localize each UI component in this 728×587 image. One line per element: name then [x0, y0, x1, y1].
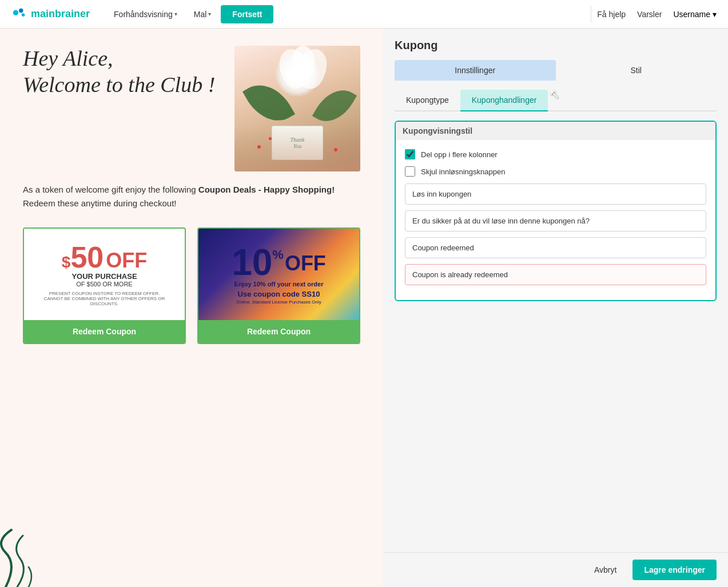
logo-text: mainbrainer	[31, 8, 90, 20]
coupon-50-dollar: $	[62, 254, 71, 270]
panel-header: Kupong Innstillinger Stil	[383, 29, 728, 81]
right-panel: Kupong Innstillinger Stil Kupongtype Kup…	[383, 29, 728, 587]
email-greeting: Hey Alice, Welcome to the Club !	[23, 46, 215, 98]
settings-box-title: Kupongvisningstil	[396, 122, 715, 140]
tab-settings[interactable]: Innstillinger	[395, 60, 556, 81]
nav-links: Forhåndsvisning ▾ Mal ▾ Fortsett	[107, 5, 585, 23]
checkbox-hide-button[interactable]	[405, 166, 415, 177]
username-button[interactable]: Username ▾	[673, 10, 717, 19]
coupon-50-fine: PRESENT COUPON INSTORE TO REDEEM OFFER. …	[33, 291, 176, 306]
coupon-50-off: OFF	[106, 250, 147, 271]
coupon-card-50: $ 50 OFF YOUR PURCHASE OF $500 OR MORE P…	[23, 227, 186, 344]
checkbox-row-2: Skjul innløsningsknappen	[405, 166, 706, 177]
svg-point-1	[19, 8, 23, 12]
nav-right: Få hjelp Varsler Username ▾	[597, 10, 717, 19]
cancel-button[interactable]: Avbryt	[585, 561, 626, 579]
redeemed-label-field[interactable]	[405, 237, 706, 258]
checkbox-row-1: Del opp i flere kolonner	[405, 149, 706, 159]
save-button[interactable]: Lagre endringer	[632, 560, 717, 580]
tab-style[interactable]: Stil	[556, 60, 717, 81]
svg-point-0	[13, 10, 18, 15]
coupon-50-subtitle: YOUR PURCHASE	[71, 272, 137, 281]
sub-tab-type[interactable]: Kupongtype	[395, 90, 460, 111]
nav-template[interactable]: Mal ▾	[187, 6, 218, 22]
sub-tab-actions[interactable]: Kuponghandlinger ↖	[460, 90, 548, 111]
coupon-10-number: 10	[232, 244, 272, 281]
already-redeemed-label-field[interactable]	[405, 264, 706, 285]
email-body: As a token of welcome gift enjoy the fol…	[23, 183, 360, 210]
fortsett-button[interactable]: Fortsett	[221, 5, 273, 23]
top-nav: mainbrainer Forhåndsvisning ▾ Mal ▾ Fort…	[0, 0, 728, 29]
sub-tabs: Kupongtype Kuponghandlinger ↖	[395, 90, 717, 111]
logo[interactable]: mainbrainer	[11, 6, 90, 22]
confirm-label-field[interactable]	[405, 210, 706, 231]
chevron-down-icon: ▾	[713, 10, 717, 19]
coupon-50-number: 50	[70, 242, 104, 272]
settings-box: Kupongvisningstil Del opp i flere kolonn…	[395, 121, 717, 301]
coupon-card-10: 10 % OFF Enjoy 10% off your next order U…	[197, 227, 360, 344]
coupon-10-sup: %	[272, 249, 284, 261]
coupon-50-condition: OF $500 OR MORE	[76, 281, 132, 287]
email-header: Hey Alice, Welcome to the Club ! Thank	[23, 46, 360, 171]
nav-divider	[591, 6, 591, 23]
redeem-label-field[interactable]	[405, 183, 706, 205]
coupon-10-off: OFF	[285, 253, 326, 274]
panel-title: Kupong	[395, 39, 717, 52]
chevron-down-icon: ▾	[174, 11, 177, 17]
coupon-10-subtitle: Enjoy 10% off your next order	[234, 281, 324, 287]
nav-help[interactable]: Få hjelp	[597, 10, 626, 19]
main-content: Hey Alice, Welcome to the Club ! Thank	[0, 29, 728, 587]
cursor-pointer-icon: ↖	[549, 87, 559, 102]
coupon-10-body: 10 % OFF Enjoy 10% off your next order U…	[198, 229, 359, 320]
logo-icon	[11, 6, 27, 22]
coupon-50-amount: $ 50 OFF	[62, 242, 147, 272]
panel-footer: Avbryt Lagre endringer	[383, 552, 728, 587]
bottom-decoration	[0, 518, 57, 587]
main-tabs: Innstillinger Stil	[395, 60, 717, 81]
chevron-down-icon: ▾	[208, 11, 211, 17]
nav-notifications[interactable]: Varsler	[637, 10, 662, 19]
preview-panel: Hey Alice, Welcome to the Club ! Thank	[0, 29, 383, 587]
panel-content: Kupongtype Kuponghandlinger ↖ Kupongvisn…	[383, 81, 728, 552]
checkbox-hide-button-label: Skjul innløsningsknappen	[421, 167, 505, 176]
coupon-50-redeem-button[interactable]: Redeem Coupon	[24, 320, 185, 343]
email-image: ThankYou	[234, 46, 360, 171]
checkbox-columns-label: Del opp i flere kolonner	[421, 150, 498, 159]
coupon-10-redeem-button[interactable]: Redeem Coupon	[198, 320, 359, 343]
svg-point-2	[22, 13, 25, 17]
checkbox-columns[interactable]	[405, 149, 415, 159]
coupon-10-license: Online. Standard License Purchases Only	[236, 300, 321, 305]
nav-preview[interactable]: Forhåndsvisning ▾	[107, 6, 184, 22]
coupon-10-percent: 10 % OFF	[232, 244, 326, 281]
coupon-row: $ 50 OFF YOUR PURCHASE OF $500 OR MORE P…	[23, 227, 360, 344]
coupon-50-body: $ 50 OFF YOUR PURCHASE OF $500 OR MORE P…	[24, 229, 185, 320]
coupon-10-code: Use coupon code SS10	[238, 290, 320, 298]
